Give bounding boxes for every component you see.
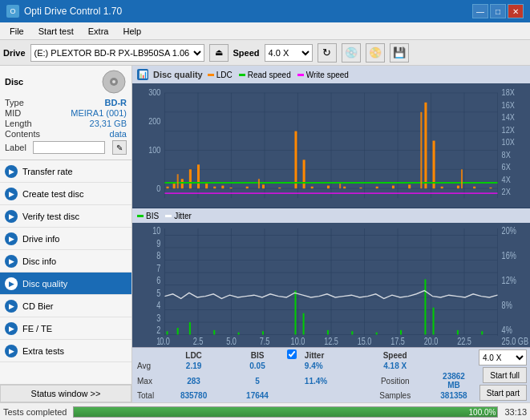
disc-contents-row: Contents data	[5, 129, 127, 139]
jitter-checkbox[interactable]	[287, 349, 297, 359]
titlebar-left: O Opti Drive Control 1.70	[6, 5, 122, 18]
position-value: 23862 MB	[434, 371, 474, 390]
chart-legend-upper: LDC Read speed Write speed	[208, 71, 349, 79]
disc-header: Disc	[5, 69, 127, 95]
svg-rect-120	[303, 313, 305, 335]
read-legend-label: Read speed	[248, 71, 291, 79]
disc-mid-label: MID	[5, 108, 21, 118]
menu-extra[interactable]: Extra	[82, 25, 115, 38]
svg-rect-64	[420, 112, 422, 188]
nav-extra-tests[interactable]: ▶ Extra tests	[0, 340, 131, 362]
disc-info-icon: ▶	[5, 255, 18, 268]
bis-header: BIS	[228, 349, 287, 361]
nav-cd-bier-label: CD Bier	[22, 301, 54, 311]
svg-rect-51	[359, 188, 362, 188]
nav-transfer-rate[interactable]: ▶ Transfer rate	[0, 160, 131, 183]
nav-transfer-rate-label: Transfer rate	[22, 167, 73, 176]
toolbar-save[interactable]: 💾	[390, 43, 409, 63]
start-part-button[interactable]: Start part	[479, 385, 527, 401]
close-button[interactable]: ✕	[508, 4, 524, 18]
nav-disc-info[interactable]: ▶ Disc info	[0, 250, 131, 273]
max-jitter: 11.4%	[303, 371, 357, 390]
disc-label-input[interactable]	[33, 141, 105, 154]
speed-select[interactable]: 4.0 X	[265, 44, 313, 62]
svg-text:22.5: 22.5	[457, 336, 471, 347]
avg-ldc: 2.19	[160, 361, 228, 371]
nav-create-test-disc[interactable]: ▶ Create test disc	[0, 183, 131, 205]
svg-text:200: 200	[148, 117, 161, 127]
svg-rect-34	[167, 187, 169, 188]
svg-rect-49	[327, 186, 330, 189]
menu-file[interactable]: File	[3, 25, 30, 38]
legend-read: Read speed	[239, 71, 291, 79]
svg-text:16X: 16X	[502, 100, 516, 110]
svg-text:4: 4	[156, 300, 160, 311]
menu-help[interactable]: Help	[116, 25, 148, 38]
svg-rect-45	[278, 188, 281, 188]
jitter-legend: Jitter	[165, 212, 192, 220]
samples-value: 381358	[434, 390, 474, 401]
svg-text:8: 8	[156, 250, 160, 261]
bis-dot	[137, 215, 144, 217]
progress-fill	[74, 407, 497, 417]
svg-text:6: 6	[156, 275, 160, 286]
svg-rect-128	[481, 331, 483, 334]
menu-start-test[interactable]: Start test	[32, 25, 80, 38]
status-window-button[interactable]: Status window >>	[0, 385, 131, 402]
nav-disc-info-label: Disc info	[22, 256, 56, 266]
titlebar-controls[interactable]: — □ ✕	[472, 4, 524, 18]
speed-select-stats[interactable]: 4.0 X	[479, 349, 527, 365]
minimize-button[interactable]: —	[472, 4, 488, 18]
svg-rect-50	[343, 187, 346, 188]
nav-drive-info[interactable]: ▶ Drive info	[0, 228, 131, 250]
lower-chart-titlebar: BIS Jitter	[132, 208, 530, 223]
disc-title: Disc	[5, 77, 23, 87]
jitter-dot	[165, 215, 172, 217]
svg-text:100: 100	[148, 145, 161, 155]
svg-text:2: 2	[156, 325, 160, 336]
sidebar: Disc Type BD-R MID MEIRA1 (001) Length	[0, 66, 132, 402]
titlebar: O Opti Drive Control 1.70 — □ ✕	[0, 0, 530, 22]
svg-rect-39	[205, 184, 208, 188]
main: Disc Type BD-R MID MEIRA1 (001) Length	[0, 66, 530, 402]
eject-button[interactable]: ⏏	[209, 44, 229, 62]
toolbar-refresh[interactable]: ↻	[318, 43, 337, 63]
progress-label: 100.0%	[469, 407, 496, 418]
svg-text:10.0: 10.0	[291, 336, 305, 347]
nav-cd-bier[interactable]: ▶ CD Bier	[0, 295, 131, 317]
svg-rect-35	[173, 184, 176, 188]
svg-rect-117	[238, 333, 240, 335]
toolbar-disc1[interactable]: 💿	[342, 43, 361, 63]
disc-length-value: 23,31 GB	[90, 119, 127, 128]
svg-text:14X: 14X	[502, 113, 516, 123]
toolbar-disc2[interactable]: 📀	[366, 43, 385, 63]
svg-text:18X: 18X	[502, 88, 516, 98]
nav-items: ▶ Transfer rate ▶ Create test disc ▶ Ver…	[0, 160, 131, 384]
extra-tests-icon: ▶	[5, 345, 18, 357]
drive-label: Drive	[3, 48, 26, 58]
samples-label: Samples	[356, 390, 434, 401]
write-legend-label: Write speed	[306, 71, 349, 79]
maximize-button[interactable]: □	[490, 4, 506, 18]
svg-text:15.0: 15.0	[358, 336, 372, 347]
fe-te-icon: ▶	[5, 322, 18, 335]
nav-fe-te[interactable]: ▶ FE / TE	[0, 317, 131, 340]
svg-rect-58	[457, 186, 459, 189]
nav-disc-quality[interactable]: ▶ Disc quality	[0, 273, 131, 295]
svg-text:8%: 8%	[502, 300, 512, 311]
upper-chart-svg: 300 200 100 0 18X 16X 14X 12X 10X 8X 6X …	[132, 83, 530, 208]
ldc-header: LDC	[160, 349, 228, 361]
drive-select[interactable]: (E:) PLEXTOR BD-R PX-LB950SA 1.06	[30, 44, 204, 62]
disc-label-edit-button[interactable]: ✎	[112, 140, 127, 155]
nav-verify-test-disc[interactable]: ▶ Verify test disc	[0, 205, 131, 228]
time-display: 33:13	[504, 407, 527, 417]
start-full-button[interactable]: Start full	[483, 367, 527, 383]
svg-text:0.0: 0.0	[160, 336, 170, 347]
drive-info-icon: ▶	[5, 232, 18, 245]
svg-rect-116	[213, 330, 215, 335]
disc-quality-icon: ▶	[5, 277, 18, 290]
svg-rect-54	[408, 184, 411, 188]
svg-point-2	[112, 80, 115, 83]
svg-rect-113	[167, 331, 168, 334]
svg-rect-63	[339, 184, 341, 188]
